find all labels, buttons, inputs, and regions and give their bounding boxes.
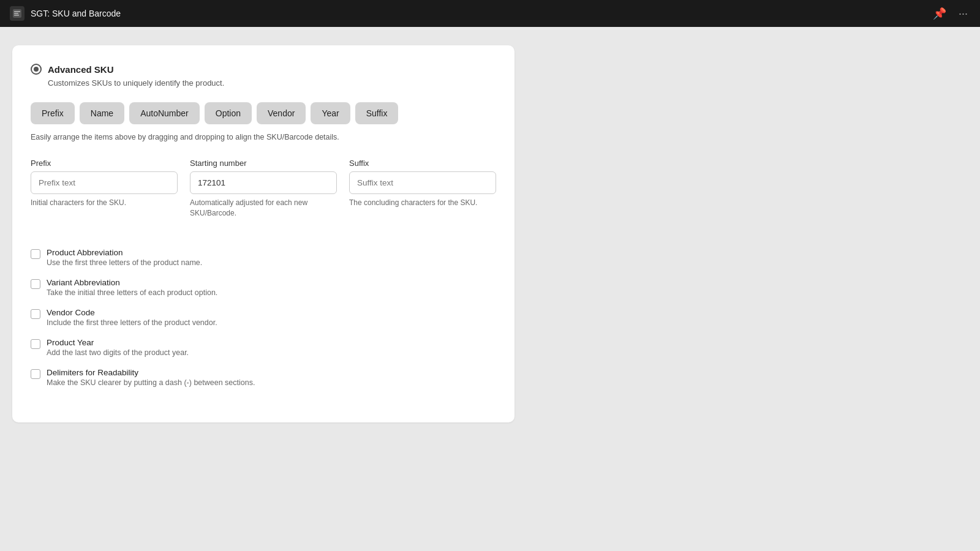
form-row: Prefix Starting number Suffix: [31, 159, 496, 194]
chips-row: Prefix Name AutoNumber Option Vendor Yea…: [31, 102, 496, 124]
hints-row: Initial characters for the SKU. Automati…: [31, 198, 496, 231]
suffix-label: Suffix: [349, 159, 496, 168]
suffix-field: Suffix: [349, 159, 496, 194]
prefix-input[interactable]: [31, 171, 178, 194]
checkbox-product-abbreviation-box[interactable]: [31, 249, 40, 259]
checkbox-variant-abbreviation-text: Variant Abbreviation Take the initial th…: [47, 278, 217, 297]
content-area: Advanced SKU Customizes SKUs to uniquely…: [0, 27, 980, 551]
delimiters-desc: Make the SKU clearer by putting a dash (…: [47, 378, 255, 387]
delimiters-title: Delimiters for Readability: [47, 368, 255, 377]
app-icon: [10, 6, 24, 21]
checkbox-product-abbreviation: Product Abbreviation Use the first three…: [31, 248, 496, 267]
prefix-hint: Initial characters for the SKU.: [31, 198, 178, 208]
suffix-hint-col: The concluding characters for the SKU.: [349, 198, 496, 231]
top-bar-left: SGT: SKU and Barcode: [10, 6, 121, 21]
checkbox-delimiters: Delimiters for Readability Make the SKU …: [31, 368, 496, 387]
checkbox-vendor-code-text: Vendor Code Include the first three lett…: [47, 308, 217, 327]
section-title: Advanced SKU: [48, 64, 114, 75]
starting-number-field: Starting number: [190, 159, 337, 194]
chip-year[interactable]: Year: [311, 102, 350, 124]
suffix-input[interactable]: [349, 171, 496, 194]
chip-vendor[interactable]: Vendor: [257, 102, 306, 124]
starting-number-label: Starting number: [190, 159, 337, 168]
chip-autonumber[interactable]: AutoNumber: [129, 102, 200, 124]
advanced-sku-header: Advanced SKU: [31, 64, 496, 75]
svg-rect-2: [14, 13, 18, 14]
product-year-desc: Add the last two digits of the product y…: [47, 348, 189, 357]
checkbox-variant-abbreviation-box[interactable]: [31, 279, 40, 289]
checkbox-product-year-text: Product Year Add the last two digits of …: [47, 338, 189, 357]
chip-suffix[interactable]: Suffix: [355, 102, 399, 124]
advanced-sku-radio[interactable]: [31, 64, 42, 75]
top-bar: SGT: SKU and Barcode 📌 ···: [0, 0, 980, 27]
checkbox-product-year-box[interactable]: [31, 339, 40, 349]
starting-number-input[interactable]: [190, 171, 337, 194]
starting-number-hint: Automatically adjusted for each new SKU/…: [190, 198, 337, 219]
prefix-label: Prefix: [31, 159, 178, 168]
drag-hint: Easily arrange the items above by draggi…: [31, 133, 496, 141]
more-button[interactable]: ···: [956, 5, 970, 23]
main-card: Advanced SKU Customizes SKUs to uniquely…: [12, 45, 514, 422]
chip-prefix[interactable]: Prefix: [31, 102, 75, 124]
product-abbreviation-title: Product Abbreviation: [47, 248, 202, 257]
checkbox-product-abbreviation-text: Product Abbreviation Use the first three…: [47, 248, 202, 267]
app-title: SGT: SKU and Barcode: [31, 9, 121, 18]
svg-rect-1: [14, 11, 20, 12]
product-year-title: Product Year: [47, 338, 189, 347]
product-abbreviation-desc: Use the first three letters of the produ…: [47, 258, 202, 267]
chip-name[interactable]: Name: [80, 102, 124, 124]
top-bar-right: 📌 ···: [930, 4, 970, 23]
checkbox-variant-abbreviation: Variant Abbreviation Take the initial th…: [31, 278, 496, 297]
checkbox-delimiters-box[interactable]: [31, 369, 40, 379]
section-subtitle: Customizes SKUs to uniquely identify the…: [48, 78, 496, 88]
variant-abbreviation-desc: Take the initial three letters of each p…: [47, 288, 217, 297]
suffix-hint: The concluding characters for the SKU.: [349, 198, 496, 208]
chip-option[interactable]: Option: [205, 102, 252, 124]
vendor-code-title: Vendor Code: [47, 308, 217, 317]
checkbox-vendor-code: Vendor Code Include the first three lett…: [31, 308, 496, 327]
checkbox-delimiters-text: Delimiters for Readability Make the SKU …: [47, 368, 255, 387]
checkbox-product-year: Product Year Add the last two digits of …: [31, 338, 496, 357]
starting-hint-col: Automatically adjusted for each new SKU/…: [190, 198, 337, 231]
pin-button[interactable]: 📌: [930, 4, 949, 23]
prefix-hint-col: Initial characters for the SKU.: [31, 198, 178, 231]
prefix-field: Prefix: [31, 159, 178, 194]
svg-rect-3: [14, 15, 19, 16]
variant-abbreviation-title: Variant Abbreviation: [47, 278, 217, 287]
checkbox-vendor-code-box[interactable]: [31, 309, 40, 319]
vendor-code-desc: Include the first three letters of the p…: [47, 318, 217, 327]
